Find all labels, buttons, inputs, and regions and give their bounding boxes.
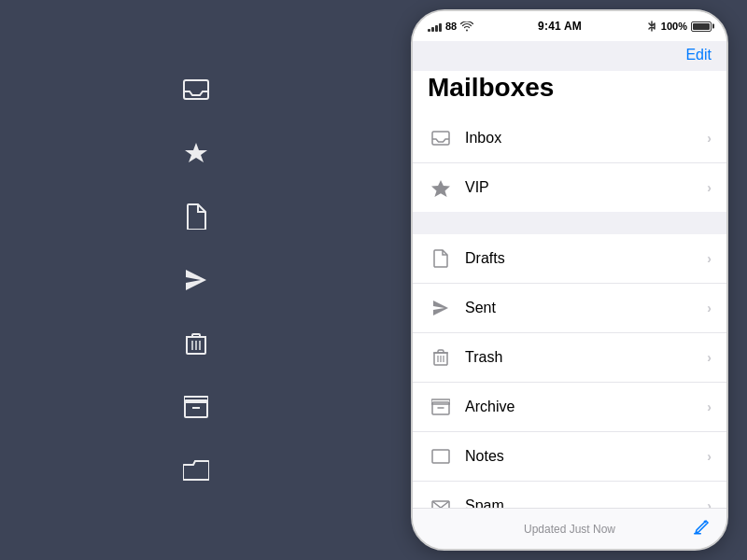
- svg-marker-11: [431, 180, 450, 197]
- status-time: 9:41 AM: [538, 20, 582, 33]
- compose-icon[interactable]: [693, 517, 712, 540]
- notes-row[interactable]: Notes ›: [413, 432, 726, 482]
- svg-marker-1: [185, 143, 207, 162]
- signal-icon: [428, 21, 442, 32]
- sidebar-folder-icon[interactable]: [179, 454, 213, 487]
- spam-chevron: ›: [707, 498, 712, 508]
- signal-strength: 88: [445, 21, 457, 32]
- archive-chevron: ›: [707, 399, 712, 414]
- page-title: Mailboxes: [428, 73, 712, 103]
- section-divider-1: [413, 212, 726, 234]
- spam-label: Spam: [465, 497, 707, 508]
- notes-label: Notes: [465, 448, 707, 465]
- trash-row[interactable]: Trash ›: [413, 333, 726, 383]
- edit-button[interactable]: Edit: [685, 47, 712, 63]
- sent-icon: [428, 295, 454, 321]
- drafts-label: Drafts: [465, 250, 707, 267]
- status-left: 88: [428, 21, 473, 32]
- notes-chevron: ›: [707, 449, 712, 464]
- sidebar-send-icon[interactable]: [179, 263, 213, 297]
- trash-label: Trash: [465, 349, 707, 366]
- sidebar-doc-icon[interactable]: [179, 200, 213, 233]
- wifi-icon: [460, 21, 473, 32]
- spam-row[interactable]: Spam ›: [413, 482, 726, 508]
- inbox-chevron: ›: [707, 131, 712, 146]
- notes-icon: [428, 443, 454, 469]
- nav-header: Edit: [413, 41, 726, 71]
- mailboxes-section: Drafts › Sent ›: [413, 234, 726, 508]
- inbox-icon: [428, 125, 454, 151]
- phone-frame: 88 9:41 AM 100% Edit Mailboxes: [411, 9, 728, 551]
- sent-row[interactable]: Sent ›: [413, 284, 726, 333]
- drafts-chevron: ›: [707, 251, 712, 266]
- sidebar-archive-icon[interactable]: [179, 390, 213, 424]
- favorites-section: Inbox › VIP ›: [413, 114, 726, 212]
- svg-rect-10: [432, 132, 449, 145]
- sent-chevron: ›: [707, 301, 712, 315]
- battery-icon: [691, 21, 712, 32]
- svg-rect-20: [694, 533, 701, 535]
- spam-icon: [428, 493, 454, 508]
- footer: Updated Just Now: [413, 508, 726, 549]
- battery-percent: 100%: [661, 21, 687, 32]
- status-right: 100%: [646, 21, 712, 32]
- archive-icon: [428, 394, 454, 420]
- updated-text: Updated Just Now: [524, 523, 615, 536]
- mail-content: Inbox › VIP ›: [413, 114, 726, 508]
- bluetooth-icon: [646, 21, 657, 32]
- drafts-row[interactable]: Drafts ›: [413, 234, 726, 284]
- trash-icon: [428, 344, 454, 371]
- vip-label: VIP: [465, 179, 707, 196]
- sidebar: [0, 0, 392, 560]
- status-bar: 88 9:41 AM 100%: [413, 11, 726, 41]
- sidebar-trash-icon[interactable]: [179, 327, 213, 360]
- sidebar-star-icon[interactable]: [179, 136, 213, 170]
- vip-chevron: ›: [707, 180, 712, 195]
- vip-row[interactable]: VIP ›: [413, 163, 726, 212]
- drafts-icon: [428, 245, 454, 272]
- trash-chevron: ›: [707, 350, 712, 365]
- vip-icon: [428, 175, 454, 201]
- archive-label: Archive: [465, 399, 707, 415]
- inbox-row[interactable]: Inbox ›: [413, 114, 726, 163]
- inbox-label: Inbox: [465, 130, 707, 147]
- archive-row[interactable]: Archive ›: [413, 383, 726, 432]
- page-title-container: Mailboxes: [413, 71, 726, 114]
- sent-label: Sent: [465, 300, 707, 316]
- sidebar-inbox-icon[interactable]: [179, 73, 213, 106]
